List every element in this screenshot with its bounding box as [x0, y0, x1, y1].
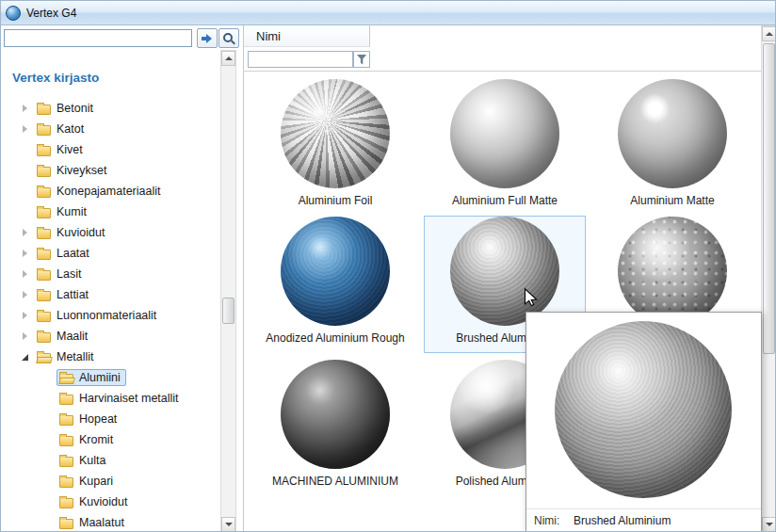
- tree-item-label: Konepajamateriaalit: [57, 185, 161, 198]
- folder-icon: [59, 395, 73, 405]
- scroll-down-button[interactable]: [762, 517, 776, 532]
- grid-scrollbar[interactable]: [761, 25, 776, 532]
- tree-item[interactable]: Harvinaiset metallit: [1, 388, 220, 409]
- column-header-bar: Nimi: [243, 25, 761, 72]
- column-header-name[interactable]: Nimi: [244, 25, 370, 47]
- tree-item-label: Kiveykset: [57, 164, 107, 177]
- scrollbar-thumb[interactable]: [222, 298, 234, 324]
- tree-item[interactable]: Kromit: [1, 429, 220, 450]
- material-label: Aluminium Matte: [630, 194, 714, 207]
- tree-item-label: Kumit: [57, 205, 87, 218]
- folder-icon: [59, 415, 73, 426]
- tree-item-label: Kupari: [79, 475, 113, 488]
- expand-arrow-icon[interactable]: [20, 264, 34, 284]
- tree-item[interactable]: Luonnonmateriaalit: [1, 305, 220, 326]
- folder-icon: [59, 457, 73, 467]
- expand-arrow-icon[interactable]: [20, 98, 34, 119]
- tree-item[interactable]: Metallit: [1, 347, 220, 367]
- tree-scrollbar[interactable]: [220, 50, 236, 532]
- tree-item[interactable]: Laatat: [1, 243, 220, 264]
- folder-icon: [37, 187, 51, 198]
- filter-button[interactable]: [353, 51, 370, 68]
- tree-item[interactable]: Kiveykset: [1, 160, 220, 181]
- folder-icon: [37, 208, 51, 218]
- tree-item-label: Maalit: [57, 330, 88, 343]
- material-sphere[interactable]: [281, 217, 390, 326]
- tree-item[interactable]: Lattiat: [1, 284, 220, 305]
- tree-indent: [42, 492, 57, 512]
- tree-item[interactable]: Katot: [1, 119, 220, 139]
- material-tile[interactable]: Aluminium Foil: [254, 78, 416, 216]
- material-label: MACHINED ALUMINIUM: [272, 475, 398, 488]
- tree-item[interactable]: Konepajamateriaalit: [1, 181, 220, 202]
- folder-icon: [37, 229, 51, 239]
- tree-indent: [42, 512, 57, 532]
- expand-arrow-icon[interactable]: [20, 326, 34, 347]
- material-sphere[interactable]: [281, 79, 390, 188]
- material-tile[interactable]: MACHINED ALUMINIUM: [254, 359, 416, 496]
- tree-item[interactable]: Hopeat: [1, 409, 220, 429]
- expand-arrow-icon[interactable]: [20, 243, 34, 264]
- scrollbar-thumb[interactable]: [763, 43, 775, 354]
- tree-item-selected[interactable]: Alumiini: [1, 367, 220, 388]
- tree-indent: [20, 181, 34, 202]
- expand-arrow-icon[interactable]: [20, 305, 34, 326]
- tree-item[interactable]: Kulta: [1, 450, 220, 471]
- tree-item[interactable]: Kivet: [1, 139, 220, 160]
- scroll-down-button[interactable]: [221, 517, 235, 532]
- search-button[interactable]: [218, 28, 239, 48]
- tree-item[interactable]: Kumit: [1, 202, 220, 222]
- folder-icon: [37, 250, 51, 260]
- tree-item[interactable]: Maalatut: [1, 512, 220, 532]
- material-sphere[interactable]: [450, 79, 559, 188]
- tree-item[interactable]: Lasit: [1, 264, 220, 284]
- material-tile[interactable]: Aluminium Matte: [591, 78, 753, 216]
- arrow-up-icon: [225, 56, 233, 60]
- app-window: Vertex G4 Nimi Vertex kirjasto Betonit K…: [0, 0, 776, 532]
- material-label: Aluminium Full Matte: [452, 194, 558, 207]
- scroll-up-button[interactable]: [221, 51, 235, 66]
- folder-icon: [59, 498, 73, 508]
- tree-indent: [20, 202, 34, 222]
- title-bar[interactable]: Vertex G4: [1, 1, 775, 25]
- material-sphere[interactable]: [450, 217, 559, 326]
- tree-item-label: Luonnonmateriaalit: [57, 309, 156, 322]
- arrow-right-icon: [202, 34, 213, 43]
- tree-item[interactable]: Kuvioidut: [1, 222, 220, 243]
- tree-indent: [42, 388, 57, 409]
- tree-item[interactable]: Kupari: [1, 471, 220, 492]
- go-button[interactable]: [197, 28, 218, 48]
- tree-items: Betonit Katot Kivet Kiveykset Konepajama…: [1, 98, 220, 532]
- material-sphere[interactable]: [618, 79, 727, 188]
- tree-indent: [42, 450, 57, 471]
- scroll-up-button[interactable]: [762, 26, 776, 41]
- material-sphere[interactable]: [618, 217, 727, 326]
- material-preview-tooltip: Nimi: Brushed Aluminium: [525, 312, 762, 532]
- tree-item-label: Kuvioidut: [57, 226, 105, 239]
- tree-item[interactable]: Kuvioidut: [1, 492, 220, 512]
- tree-indent: [20, 160, 34, 181]
- folder-icon: [59, 519, 73, 529]
- material-sphere[interactable]: [281, 360, 390, 469]
- tree-item[interactable]: Maalit: [1, 326, 220, 347]
- open-folder-icon: [59, 374, 73, 384]
- filter-input[interactable]: [248, 51, 353, 68]
- folder-icon: [37, 312, 51, 322]
- tree-item[interactable]: Betonit: [1, 98, 220, 119]
- window-title: Vertex G4: [26, 7, 76, 20]
- expand-arrow-icon[interactable]: [20, 284, 34, 305]
- preview-field-label: Nimi:: [526, 514, 574, 527]
- expand-arrow-icon[interactable]: [20, 119, 34, 139]
- search-input[interactable]: [4, 29, 192, 47]
- preview-footer: Nimi: Brushed Aluminium: [526, 508, 761, 532]
- material-label: Anodized Aluminium Rough: [266, 331, 404, 345]
- tree-indent: [42, 471, 57, 492]
- folder-icon: [37, 125, 51, 136]
- material-tile[interactable]: Anodized Aluminium Rough: [254, 216, 416, 353]
- app-icon: [6, 6, 21, 21]
- material-label: Aluminium Foil: [299, 194, 373, 207]
- collapse-arrow-icon[interactable]: [20, 347, 34, 367]
- tree-item-label: Maalatut: [79, 516, 124, 529]
- expand-arrow-icon[interactable]: [20, 222, 34, 243]
- material-tile[interactable]: Aluminium Full Matte: [424, 78, 586, 216]
